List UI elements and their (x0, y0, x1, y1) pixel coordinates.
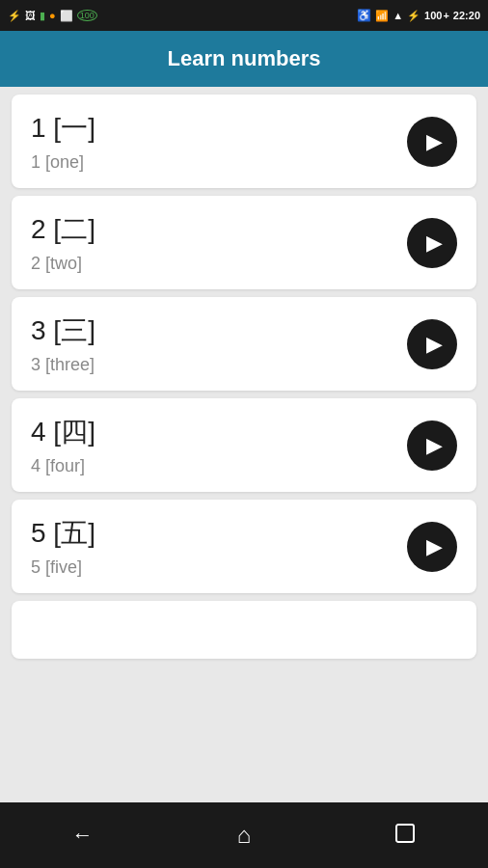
play-button-4[interactable]: ▶ (407, 420, 457, 471)
play-button-1[interactable]: ▶ (407, 117, 457, 167)
play-icon-5: ▶ (426, 536, 443, 557)
lightning-icon: ⚡ (407, 10, 420, 22)
number-card-2: 2 [二] 2 [two] ▶ (12, 196, 476, 289)
play-button-3[interactable]: ▶ (407, 319, 457, 369)
usb-icon: ⚡ (8, 10, 21, 22)
number-list: 1 [一] 1 [one] ▶ 2 [二] 2 [two] ▶ 3 [三] 3 … (0, 87, 488, 802)
number-main-1: 1 [一] (31, 110, 95, 147)
play-button-5[interactable]: ▶ (407, 522, 457, 572)
page-title: Learn numbers (168, 46, 321, 71)
wifi-icon: 📶 (375, 10, 389, 22)
number-main-5: 5 [五] (31, 515, 95, 552)
image-icon: 🖼 (25, 10, 36, 21)
nav-home-button[interactable]: ⌂ (228, 812, 261, 858)
number-card-1: 1 [一] 1 [one] ▶ (12, 95, 476, 188)
play-icon-4: ▶ (426, 435, 443, 456)
number-card-3-text: 3 [三] 3 [three] (31, 312, 95, 375)
number-sub-3: 3 [three] (31, 355, 95, 375)
play-icon-3: ▶ (426, 334, 443, 355)
clock: 22:20 (453, 10, 480, 21)
nav-back-button[interactable]: ← (63, 813, 103, 857)
number-card-2-text: 2 [二] 2 [two] (31, 211, 95, 274)
recent-apps-icon (394, 823, 416, 849)
number-card-4: 4 [四] 4 [four] ▶ (12, 398, 476, 492)
play-icon-2: ▶ (426, 232, 443, 254)
battery-icon: 100+ (424, 10, 449, 21)
nav-recent-button[interactable] (385, 813, 425, 858)
circle-100-icon: 100 (77, 10, 97, 21)
number-sub-2: 2 [two] (31, 254, 95, 274)
home-icon: ⌂ (237, 822, 252, 849)
screen-icon: ⬜ (60, 10, 73, 22)
status-icons-left: ⚡ 🖼 ▮ ● ⬜ 100 (8, 10, 97, 22)
play-button-2[interactable]: ▶ (407, 218, 457, 268)
svg-rect-0 (396, 825, 414, 842)
number-card-4-text: 4 [四] 4 [four] (31, 414, 95, 476)
number-main-3: 3 [三] (31, 312, 95, 349)
number-sub-1: 1 [one] (31, 152, 95, 173)
number-card-3: 3 [三] 3 [three] ▶ (12, 297, 476, 391)
music-icon: ● (49, 10, 56, 21)
number-card-5-text: 5 [五] 5 [five] (31, 515, 95, 578)
play-icon-1: ▶ (426, 131, 443, 152)
number-card-1-text: 1 [一] 1 [one] (31, 110, 95, 173)
number-main-4: 4 [四] (31, 414, 95, 450)
status-bar: ⚡ 🖼 ▮ ● ⬜ 100 ♿ 📶 ▲ ⚡ 100+ 22:20 (0, 0, 488, 31)
number-sub-5: 5 [five] (31, 557, 95, 578)
battery-charging-icon: ▮ (40, 10, 45, 22)
accessibility-icon: ♿ (357, 9, 371, 22)
number-card-5: 5 [五] 5 [five] ▶ (12, 500, 476, 593)
battery-label: 100 (424, 10, 442, 21)
back-icon: ← (72, 823, 94, 848)
number-sub-4: 4 [four] (31, 456, 95, 476)
app-header: Learn numbers (0, 31, 488, 87)
signal-icon: ▲ (393, 10, 403, 21)
number-card-6-partial (12, 601, 476, 659)
number-main-2: 2 [二] (31, 211, 95, 248)
status-icons-right: ♿ 📶 ▲ ⚡ 100+ 22:20 (357, 9, 480, 22)
nav-bar: ← ⌂ (0, 802, 488, 868)
